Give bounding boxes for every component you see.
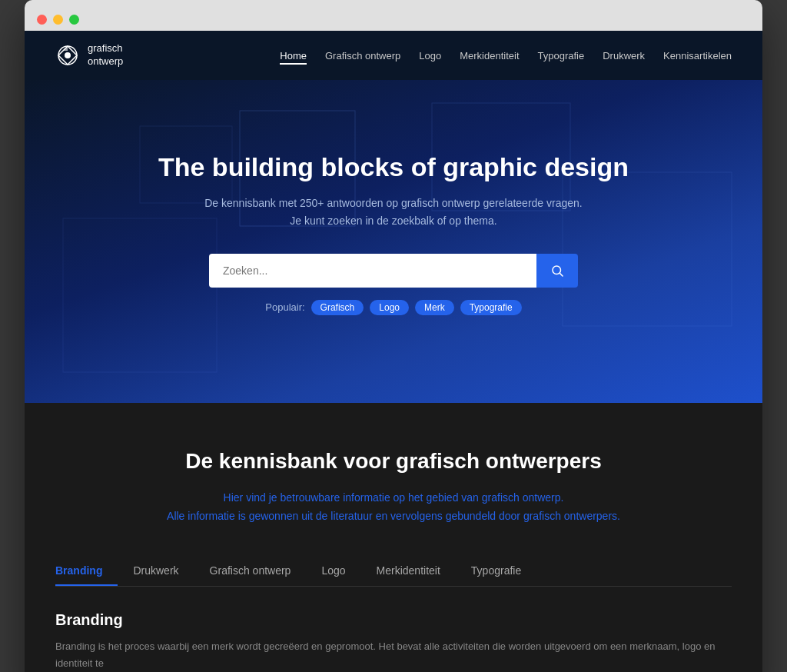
hero-title: The building blocks of graphic design xyxy=(158,152,629,182)
tag-typografie[interactable]: Typografie xyxy=(460,300,522,315)
tab-logo[interactable]: Logo xyxy=(321,557,360,586)
hero-subtitle: De kennisbank met 250+ antwoorden op gra… xyxy=(204,195,582,229)
browser-window: grafisch ontwerp Home Grafisch ontwerp L… xyxy=(25,0,762,672)
popular-tags: Populair: Grafisch Logo Merk Typografie xyxy=(265,300,521,315)
lower-title: De kennisbank voor grafisch ontwerpers xyxy=(55,449,732,474)
content-section: Branding Branding is het proces waarbij … xyxy=(55,611,732,672)
nav-link-merkidentiteit[interactable]: Merkidentiteit xyxy=(460,50,519,62)
search-bar xyxy=(209,254,578,288)
navbar: grafisch ontwerp Home Grafisch ontwerp L… xyxy=(25,31,762,80)
nav-link-home[interactable]: Home xyxy=(280,50,307,65)
search-button[interactable] xyxy=(536,254,578,288)
logo-text: grafisch ontwerp xyxy=(88,42,123,68)
tag-logo[interactable]: Logo xyxy=(370,300,409,315)
logo: grafisch ontwerp xyxy=(55,42,123,68)
hero-section: The building blocks of graphic design De… xyxy=(25,80,762,403)
search-input[interactable] xyxy=(209,254,536,288)
lower-section: De kennisbank voor grafisch ontwerpers H… xyxy=(25,403,762,672)
website: grafisch ontwerp Home Grafisch ontwerp L… xyxy=(25,31,762,672)
tab-merkidentiteit[interactable]: Merkidentiteit xyxy=(377,557,456,586)
tab-branding[interactable]: Branding xyxy=(55,557,118,586)
nav-link-logo[interactable]: Logo xyxy=(419,50,441,62)
nav-links: Home Grafisch ontwerp Logo Merkidentitei… xyxy=(280,48,732,62)
content-heading: Branding xyxy=(55,611,732,629)
tab-typografie[interactable]: Typografie xyxy=(471,557,536,586)
nav-link-grafisch[interactable]: Grafisch ontwerp xyxy=(325,50,400,62)
nav-link-kennisartikelen[interactable]: Kennisartikelen xyxy=(663,50,732,62)
svg-point-1 xyxy=(65,52,71,58)
content-body: Branding is het proces waarbij een merk … xyxy=(55,638,732,672)
nav-link-typografie[interactable]: Typografie xyxy=(538,50,585,62)
tag-merk[interactable]: Merk xyxy=(415,300,454,315)
svg-line-3 xyxy=(560,273,563,276)
logo-icon xyxy=(55,43,80,68)
maximize-button[interactable] xyxy=(69,15,79,25)
browser-chrome xyxy=(25,0,762,31)
tab-drukwerk[interactable]: Drukwerk xyxy=(133,557,194,586)
minimize-button[interactable] xyxy=(53,15,63,25)
lower-subtitle: Hier vind je betrouwbare informatie op h… xyxy=(55,489,732,526)
nav-link-drukwerk[interactable]: Drukwerk xyxy=(603,50,645,62)
svg-point-2 xyxy=(553,266,561,274)
tag-grafisch[interactable]: Grafisch xyxy=(311,300,364,315)
popular-label: Populair: xyxy=(265,301,304,313)
close-button[interactable] xyxy=(37,15,47,25)
category-tabs: Branding Drukwerk Grafisch ontwerp Logo … xyxy=(55,557,732,587)
tab-grafisch-ontwerp[interactable]: Grafisch ontwerp xyxy=(210,557,307,586)
search-icon xyxy=(550,264,564,278)
